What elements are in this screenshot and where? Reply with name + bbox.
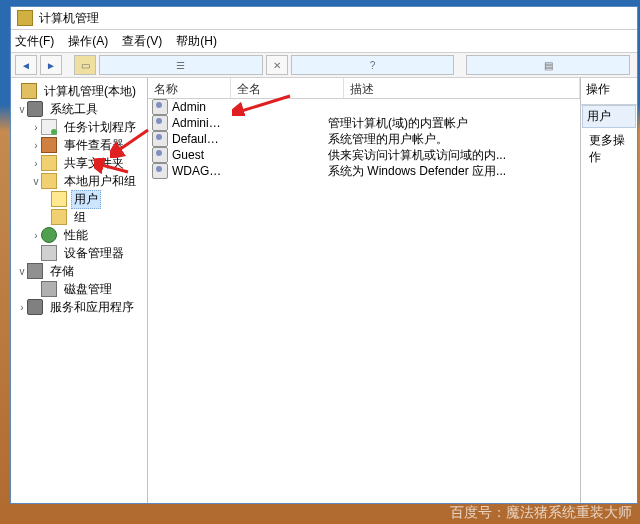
tree-perf[interactable]: ›性能 (11, 226, 147, 244)
usersgroups-icon (41, 173, 57, 189)
content-list: 名称 全名 描述 AdminAdministrat...管理计算机(域)的内置帐… (148, 78, 581, 503)
user-icon (152, 163, 168, 179)
user-icon (152, 131, 168, 147)
tree-shared[interactable]: ›共享文件夹 (11, 154, 147, 172)
tree-diskmgmt[interactable]: 磁盘管理 (11, 280, 147, 298)
user-row[interactable]: Administrat...管理计算机(域)的内置帐户 (148, 115, 580, 131)
user-desc: 系统管理的用户帐户。 (322, 131, 580, 148)
actions-selected[interactable]: 用户 (582, 105, 636, 128)
tree-task[interactable]: ›任务计划程序 (11, 118, 147, 136)
expand-icon[interactable]: › (31, 140, 41, 151)
separator (457, 56, 463, 74)
user-name: WDAGUtilit... (172, 164, 222, 178)
collapse-icon[interactable]: v (17, 266, 27, 277)
tree-events[interactable]: ›事件查看器 (11, 136, 147, 154)
export-button[interactable]: ✕ (266, 55, 288, 75)
toolbar: ◄ ► ▭ ☰ ✕ ? ▤ (11, 53, 637, 78)
col-fullname[interactable]: 全名 (231, 78, 344, 98)
sharedfolders-icon (41, 155, 57, 171)
menu-action[interactable]: 操作(A) (68, 33, 108, 50)
user-row[interactable]: WDAGUtilit...系统为 Windows Defender 应用... (148, 163, 580, 179)
expand-icon[interactable]: › (31, 122, 41, 133)
menu-view[interactable]: 查看(V) (122, 33, 162, 50)
rows-container[interactable]: AdminAdministrat...管理计算机(域)的内置帐户DefaultA… (148, 99, 580, 503)
props-button[interactable]: ☰ (99, 55, 263, 75)
eventviewer-icon (41, 137, 57, 153)
titlebar[interactable]: 计算机管理 (11, 7, 637, 30)
collapse-icon[interactable]: v (17, 104, 27, 115)
user-icon (152, 147, 168, 163)
menu-file[interactable]: 文件(F) (15, 33, 54, 50)
menu-help[interactable]: 帮助(H) (176, 33, 217, 50)
storage-icon (27, 263, 43, 279)
services-icon (27, 299, 43, 315)
window: 计算机管理 文件(F) 操作(A) 查看(V) 帮助(H) ◄ ► ▭ ☰ ✕ … (10, 6, 638, 504)
user-desc: 管理计算机(域)的内置帐户 (322, 115, 580, 132)
user-name: Guest (172, 148, 222, 162)
user-row[interactable]: DefaultAcc...系统管理的用户帐户。 (148, 131, 580, 147)
scheduler-icon (41, 119, 57, 135)
tree-systools[interactable]: v系统工具 (11, 100, 147, 118)
tree-devmgr[interactable]: 设备管理器 (11, 244, 147, 262)
nav-tree[interactable]: 计算机管理(本地) v系统工具 ›任务计划程序 ›事件查看器 ›共享文件夹 v本… (11, 78, 148, 503)
user-icon (152, 115, 168, 131)
expand-icon[interactable]: › (31, 158, 41, 169)
actions-pane: 操作 用户 更多操作 (581, 78, 637, 503)
tools-icon (27, 101, 43, 117)
computer-icon (21, 83, 37, 99)
watermark: 百度号：魔法猪系统重装大师 (450, 504, 632, 522)
tree-users[interactable]: 用户 (11, 190, 147, 208)
up-button[interactable]: ▭ (74, 55, 96, 75)
collapse-icon[interactable]: v (31, 176, 41, 187)
tree-storage[interactable]: v存储 (11, 262, 147, 280)
user-name: DefaultAcc... (172, 132, 222, 146)
menubar: 文件(F) 操作(A) 查看(V) 帮助(H) (11, 30, 637, 53)
user-row[interactable]: Guest供来宾访问计算机或访问域的内... (148, 147, 580, 163)
user-name: Administrat... (172, 116, 222, 130)
forward-button[interactable]: ► (40, 55, 62, 75)
user-name: Admin (172, 100, 222, 114)
separator (65, 56, 71, 74)
user-desc: 供来宾访问计算机或访问域的内... (322, 147, 580, 164)
col-desc[interactable]: 描述 (344, 78, 580, 98)
tree-root[interactable]: 计算机管理(本地) (11, 82, 147, 100)
actions-more[interactable]: 更多操作 (581, 128, 637, 170)
actions-header: 操作 (581, 78, 637, 105)
folder-open-icon (51, 191, 67, 207)
tree-services[interactable]: ›服务和应用程序 (11, 298, 147, 316)
view-button[interactable]: ▤ (466, 55, 630, 75)
performance-icon (41, 227, 57, 243)
column-headers[interactable]: 名称 全名 描述 (148, 78, 580, 99)
tree-groups[interactable]: 组 (11, 208, 147, 226)
user-row[interactable]: Admin (148, 99, 580, 115)
user-desc: 系统为 Windows Defender 应用... (322, 163, 580, 180)
expand-icon[interactable]: › (17, 302, 27, 313)
tree-localug[interactable]: v本地用户和组 (11, 172, 147, 190)
col-name[interactable]: 名称 (148, 78, 231, 98)
devicemgr-icon (41, 245, 57, 261)
expand-icon[interactable]: › (31, 230, 41, 241)
user-icon (152, 99, 168, 115)
window-title: 计算机管理 (39, 10, 99, 27)
app-icon (17, 10, 33, 26)
back-button[interactable]: ◄ (15, 55, 37, 75)
help-button[interactable]: ? (291, 55, 455, 75)
diskmgmt-icon (41, 281, 57, 297)
folder-icon (51, 209, 67, 225)
